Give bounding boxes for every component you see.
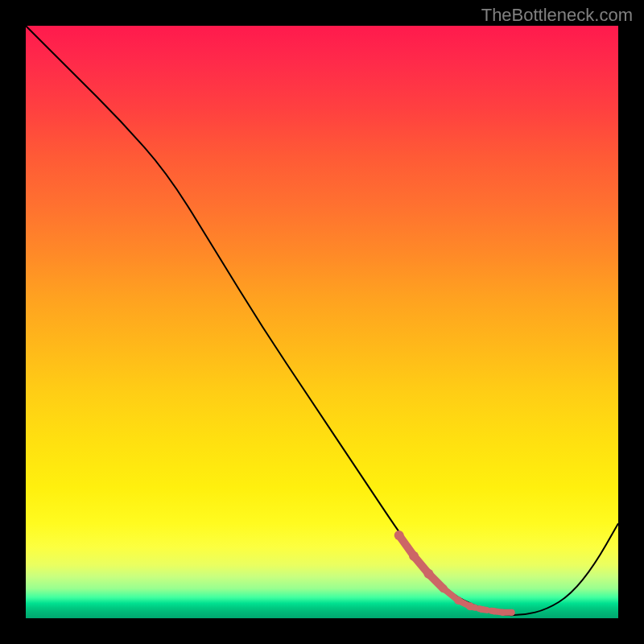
highlight-dot: [394, 530, 404, 540]
bottleneck-curve: [26, 26, 618, 615]
highlight-dot: [509, 609, 515, 616]
highlight-dot: [440, 584, 448, 592]
highlight-dot: [454, 597, 462, 605]
plot-area: [26, 26, 618, 618]
highlight-dot: [409, 551, 419, 561]
chart-svg: [26, 26, 618, 618]
highlight-dot: [499, 609, 506, 616]
highlight-segment: [394, 530, 515, 616]
highlight-dot: [423, 569, 433, 579]
highlight-dot: [490, 608, 497, 614]
watermark-text: TheBottleneck.com: [481, 5, 633, 26]
highlight-dot: [479, 606, 485, 613]
highlight-dot: [466, 602, 474, 610]
